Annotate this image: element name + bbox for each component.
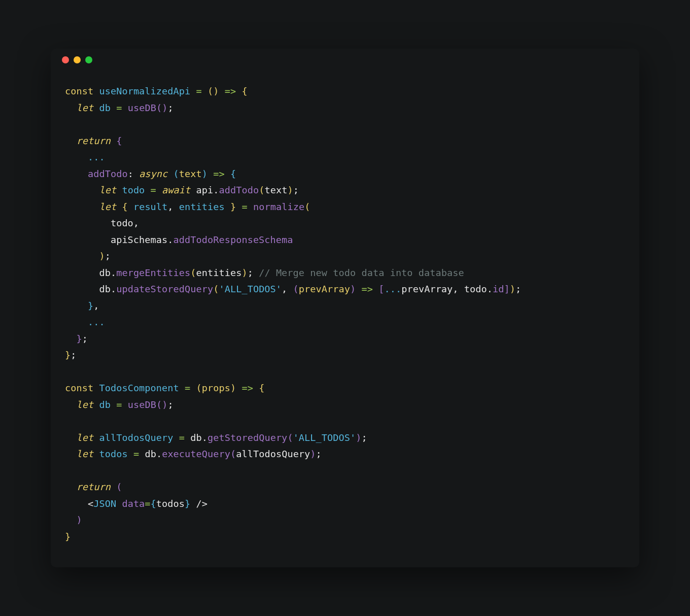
code-token (248, 201, 253, 212)
code-token: = (145, 498, 150, 509)
code-token: => (362, 284, 373, 294)
code-token (93, 432, 99, 443)
minimize-icon[interactable] (74, 56, 81, 63)
code-token: api (196, 185, 214, 195)
code-token (93, 449, 99, 459)
code-token (174, 432, 179, 443)
code-token: ) (242, 267, 247, 278)
code-token: id (493, 284, 504, 294)
code-token (93, 86, 99, 96)
code-token (65, 317, 88, 327)
code-token: ( (156, 399, 162, 410)
code-token: ; (167, 102, 173, 113)
code-token: entities (196, 267, 242, 278)
code-token (459, 284, 464, 294)
code-token: let (99, 201, 116, 212)
code-token: addTodo (219, 185, 259, 195)
code-token: => (225, 86, 236, 96)
code-token: , (453, 284, 458, 294)
code-token (287, 284, 293, 294)
code-token (128, 201, 133, 212)
code-token: ( (196, 383, 202, 393)
code-token (253, 383, 259, 393)
code-token: . (111, 284, 116, 294)
code-token (65, 333, 76, 344)
code-token (156, 185, 162, 195)
code-token (202, 86, 208, 96)
code-token: getStoredQuery (208, 432, 287, 443)
code-token: ... (88, 152, 105, 162)
code-token: = (116, 102, 122, 113)
code-token: ) (230, 383, 236, 393)
code-token (236, 383, 242, 393)
code-token (122, 102, 127, 113)
code-token: . (111, 267, 116, 278)
code-token: , (167, 201, 173, 212)
code-token (116, 185, 122, 195)
code-token (190, 383, 196, 393)
code-token: entities (179, 201, 225, 212)
code-token (93, 102, 99, 113)
code-token (190, 498, 196, 509)
code-token (65, 432, 76, 443)
code-token: ) (202, 168, 208, 179)
code-token: . (167, 234, 173, 245)
code-token: } (230, 201, 236, 212)
code-token: let (76, 102, 93, 113)
code-token (65, 267, 99, 278)
code-token: : (128, 168, 133, 179)
code-token: ) (287, 185, 293, 195)
code-token: ) (213, 86, 219, 96)
code-token: return (76, 482, 110, 492)
code-token (65, 251, 99, 261)
code-token: ; (316, 449, 322, 459)
code-token (116, 498, 122, 509)
code-token: { (242, 86, 248, 96)
code-token: ; (167, 399, 173, 410)
code-token: db (99, 267, 110, 278)
code-token (65, 135, 76, 146)
code-token: ] (504, 284, 510, 294)
code-token: } (185, 498, 190, 509)
code-token: ) (99, 251, 105, 261)
code-token: prevArray (299, 284, 350, 294)
code-token: data (122, 498, 145, 509)
code-token (373, 284, 378, 294)
maximize-icon[interactable] (85, 56, 92, 63)
code-token (65, 515, 76, 525)
code-token (111, 399, 116, 410)
code-token: ( (208, 86, 213, 96)
close-icon[interactable] (62, 56, 69, 63)
code-token: = (242, 201, 248, 212)
code-token (225, 168, 230, 179)
code-token (65, 284, 99, 294)
code-token: . (487, 284, 493, 294)
code-token (190, 185, 196, 195)
code-token (116, 201, 122, 212)
code-token (65, 449, 76, 459)
code-token: addTodoResponseSchema (174, 234, 293, 245)
code-token: ; (248, 267, 253, 278)
code-token: const (65, 86, 93, 96)
code-token: await (162, 185, 190, 195)
code-token: const (65, 383, 93, 393)
code-token: { (230, 168, 236, 179)
code-token (65, 399, 76, 410)
code-token: ) (350, 284, 356, 294)
code-token: , (282, 284, 287, 294)
code-token: => (242, 383, 253, 393)
code-token (93, 399, 99, 410)
code-token: apiSchemas (111, 234, 167, 245)
code-token: useDB (128, 102, 156, 113)
code-token: todo (464, 284, 487, 294)
code-token (253, 267, 259, 278)
code-token: ... (88, 317, 105, 327)
code-token: useNormalizedApi (99, 86, 190, 96)
code-token: < (88, 498, 93, 509)
code-token: [ (378, 284, 384, 294)
code-token: ; (293, 185, 299, 195)
code-token (174, 201, 179, 212)
code-token: 'ALL_TODOS' (219, 284, 282, 294)
code-token: , (93, 300, 99, 311)
code-token: ) (356, 432, 361, 443)
